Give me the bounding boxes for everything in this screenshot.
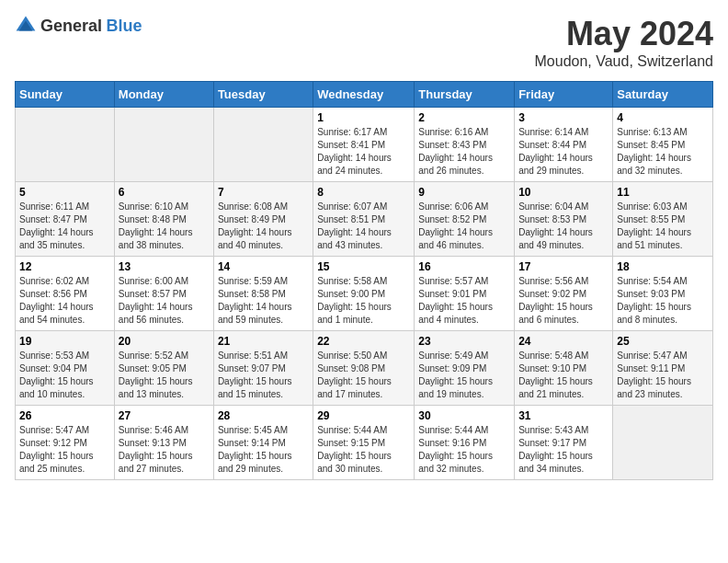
day-info: Sunrise: 6:17 AM Sunset: 8:41 PM Dayligh… (317, 126, 410, 178)
calendar-cell: 19Sunrise: 5:53 AM Sunset: 9:04 PM Dayli… (16, 331, 115, 406)
calendar-week-row: 19Sunrise: 5:53 AM Sunset: 9:04 PM Dayli… (16, 331, 713, 406)
calendar-cell: 16Sunrise: 5:57 AM Sunset: 9:01 PM Dayli… (415, 257, 515, 331)
day-number: 29 (317, 409, 410, 422)
calendar-cell: 17Sunrise: 5:56 AM Sunset: 9:02 PM Dayli… (515, 257, 613, 331)
day-number: 19 (19, 335, 110, 348)
day-info: Sunrise: 5:45 AM Sunset: 9:14 PM Dayligh… (218, 424, 309, 476)
day-number: 14 (218, 260, 309, 273)
logo-blue: Blue (107, 17, 142, 35)
weekday-header: Saturday (613, 82, 713, 108)
day-number: 27 (119, 409, 210, 422)
day-info: Sunrise: 6:07 AM Sunset: 8:51 PM Dayligh… (317, 201, 410, 252)
day-info: Sunrise: 6:03 AM Sunset: 8:55 PM Dayligh… (617, 201, 709, 252)
day-number: 17 (518, 260, 609, 273)
day-number: 1 (317, 111, 410, 124)
day-number: 21 (218, 335, 309, 348)
day-info: Sunrise: 5:47 AM Sunset: 9:11 PM Dayligh… (617, 350, 709, 401)
day-info: Sunrise: 6:13 AM Sunset: 8:45 PM Dayligh… (617, 126, 709, 178)
calendar-cell: 14Sunrise: 5:59 AM Sunset: 8:58 PM Dayli… (213, 257, 313, 331)
day-number: 6 (119, 186, 210, 199)
day-number: 9 (418, 186, 510, 199)
calendar-cell: 5Sunrise: 6:11 AM Sunset: 8:47 PM Daylig… (16, 182, 115, 257)
day-info: Sunrise: 5:48 AM Sunset: 9:10 PM Dayligh… (518, 350, 609, 401)
day-info: Sunrise: 5:56 AM Sunset: 9:02 PM Dayligh… (518, 275, 609, 327)
calendar-cell: 8Sunrise: 6:07 AM Sunset: 8:51 PM Daylig… (313, 182, 415, 257)
calendar-cell: 29Sunrise: 5:44 AM Sunset: 9:15 PM Dayli… (313, 406, 415, 480)
month-title: May 2024 (535, 15, 713, 53)
calendar-cell: 25Sunrise: 5:47 AM Sunset: 9:11 PM Dayli… (613, 331, 713, 406)
calendar-cell: 9Sunrise: 6:06 AM Sunset: 8:52 PM Daylig… (415, 182, 515, 257)
calendar-cell: 20Sunrise: 5:52 AM Sunset: 9:05 PM Dayli… (114, 331, 213, 406)
day-info: Sunrise: 6:04 AM Sunset: 8:53 PM Dayligh… (518, 201, 609, 252)
calendar-cell: 4Sunrise: 6:13 AM Sunset: 8:45 PM Daylig… (613, 108, 713, 182)
calendar-header: SundayMondayTuesdayWednesdayThursdayFrid… (16, 82, 713, 108)
day-info: Sunrise: 6:16 AM Sunset: 8:43 PM Dayligh… (418, 126, 510, 178)
calendar-cell: 23Sunrise: 5:49 AM Sunset: 9:09 PM Dayli… (415, 331, 515, 406)
day-info: Sunrise: 5:59 AM Sunset: 8:58 PM Dayligh… (218, 275, 309, 327)
day-number: 26 (19, 409, 110, 422)
day-info: Sunrise: 5:57 AM Sunset: 9:01 PM Dayligh… (418, 275, 510, 327)
calendar-week-row: 1Sunrise: 6:17 AM Sunset: 8:41 PM Daylig… (16, 108, 713, 182)
calendar-cell: 2Sunrise: 6:16 AM Sunset: 8:43 PM Daylig… (415, 108, 515, 182)
calendar-cell: 13Sunrise: 6:00 AM Sunset: 8:57 PM Dayli… (114, 257, 213, 331)
day-number: 18 (617, 260, 709, 273)
weekday-header: Sunday (16, 82, 115, 108)
day-number: 7 (218, 186, 309, 199)
calendar-cell: 21Sunrise: 5:51 AM Sunset: 9:07 PM Dayli… (213, 331, 313, 406)
calendar-cell: 27Sunrise: 5:46 AM Sunset: 9:13 PM Dayli… (114, 406, 213, 480)
calendar-cell: 11Sunrise: 6:03 AM Sunset: 8:55 PM Dayli… (613, 182, 713, 257)
day-info: Sunrise: 5:44 AM Sunset: 9:15 PM Dayligh… (317, 424, 410, 476)
day-number: 20 (119, 335, 210, 348)
calendar-body: 1Sunrise: 6:17 AM Sunset: 8:41 PM Daylig… (16, 108, 713, 480)
calendar-cell (16, 108, 115, 182)
day-info: Sunrise: 6:08 AM Sunset: 8:49 PM Dayligh… (218, 201, 309, 252)
weekday-header: Thursday (415, 82, 515, 108)
calendar-week-row: 12Sunrise: 6:02 AM Sunset: 8:56 PM Dayli… (16, 257, 713, 331)
calendar-cell: 26Sunrise: 5:47 AM Sunset: 9:12 PM Dayli… (16, 406, 115, 480)
day-number: 15 (317, 260, 410, 273)
header: General Blue May 2024 Moudon, Vaud, Swit… (15, 15, 713, 70)
day-number: 8 (317, 186, 410, 199)
calendar-cell: 30Sunrise: 5:44 AM Sunset: 9:16 PM Dayli… (415, 406, 515, 480)
calendar-cell (613, 406, 713, 480)
weekday-header: Monday (114, 82, 213, 108)
location-title: Moudon, Vaud, Switzerland (535, 53, 713, 70)
day-info: Sunrise: 6:14 AM Sunset: 8:44 PM Dayligh… (518, 126, 609, 178)
logo: General Blue (15, 15, 142, 37)
calendar-cell: 22Sunrise: 5:50 AM Sunset: 9:08 PM Dayli… (313, 331, 415, 406)
weekday-header: Friday (515, 82, 613, 108)
day-info: Sunrise: 5:58 AM Sunset: 9:00 PM Dayligh… (317, 275, 410, 327)
logo-general: General (40, 17, 102, 35)
day-info: Sunrise: 5:50 AM Sunset: 9:08 PM Dayligh… (317, 350, 410, 401)
calendar-week-row: 5Sunrise: 6:11 AM Sunset: 8:47 PM Daylig… (16, 182, 713, 257)
calendar-cell (213, 108, 313, 182)
logo-text: General Blue (40, 17, 142, 36)
day-info: Sunrise: 6:02 AM Sunset: 8:56 PM Dayligh… (19, 275, 110, 327)
calendar-cell: 3Sunrise: 6:14 AM Sunset: 8:44 PM Daylig… (515, 108, 613, 182)
day-number: 23 (418, 335, 510, 348)
day-info: Sunrise: 5:43 AM Sunset: 9:17 PM Dayligh… (518, 424, 609, 476)
day-info: Sunrise: 6:00 AM Sunset: 8:57 PM Dayligh… (119, 275, 210, 327)
day-number: 13 (119, 260, 210, 273)
day-info: Sunrise: 5:51 AM Sunset: 9:07 PM Dayligh… (218, 350, 309, 401)
calendar-cell: 31Sunrise: 5:43 AM Sunset: 9:17 PM Dayli… (515, 406, 613, 480)
weekday-header: Tuesday (213, 82, 313, 108)
day-number: 25 (617, 335, 709, 348)
calendar-week-row: 26Sunrise: 5:47 AM Sunset: 9:12 PM Dayli… (16, 406, 713, 480)
day-number: 10 (518, 186, 609, 199)
day-info: Sunrise: 6:11 AM Sunset: 8:47 PM Dayligh… (19, 201, 110, 252)
calendar-cell (114, 108, 213, 182)
day-number: 30 (418, 409, 510, 422)
calendar-cell: 10Sunrise: 6:04 AM Sunset: 8:53 PM Dayli… (515, 182, 613, 257)
day-info: Sunrise: 5:54 AM Sunset: 9:03 PM Dayligh… (617, 275, 709, 327)
logo-icon (15, 15, 37, 37)
calendar-cell: 18Sunrise: 5:54 AM Sunset: 9:03 PM Dayli… (613, 257, 713, 331)
day-number: 22 (317, 335, 410, 348)
calendar-cell: 12Sunrise: 6:02 AM Sunset: 8:56 PM Dayli… (16, 257, 115, 331)
day-number: 16 (418, 260, 510, 273)
day-info: Sunrise: 6:06 AM Sunset: 8:52 PM Dayligh… (418, 201, 510, 252)
day-info: Sunrise: 5:52 AM Sunset: 9:05 PM Dayligh… (119, 350, 210, 401)
calendar-cell: 15Sunrise: 5:58 AM Sunset: 9:00 PM Dayli… (313, 257, 415, 331)
day-number: 31 (518, 409, 609, 422)
day-number: 2 (418, 111, 510, 124)
